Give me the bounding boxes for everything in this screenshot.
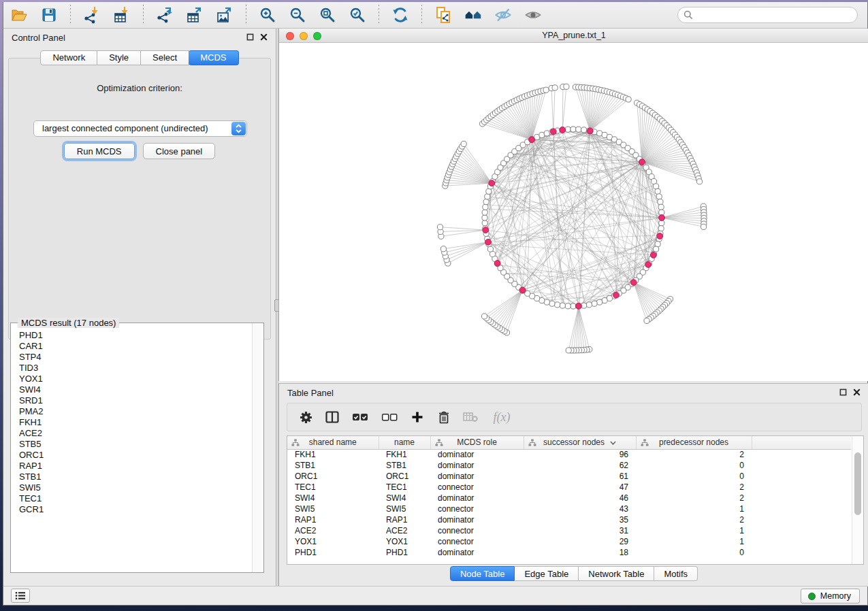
network-node[interactable] bbox=[549, 301, 555, 306]
mcds-result-item[interactable]: SWI5 bbox=[19, 482, 251, 493]
mcds-result-item[interactable]: PMA2 bbox=[19, 406, 251, 417]
tab-motifs[interactable]: Motifs bbox=[654, 566, 698, 581]
cell-successor-nodes[interactable]: 35 bbox=[524, 514, 636, 525]
cell-predecessor-nodes[interactable]: 2 bbox=[636, 493, 752, 503]
satellite-node[interactable] bbox=[701, 224, 706, 229]
tab-edge-table[interactable]: Edge Table bbox=[515, 566, 579, 581]
tab-select[interactable]: Select bbox=[141, 50, 189, 65]
table-scrollbar[interactable] bbox=[852, 436, 863, 564]
cell-successor-nodes[interactable]: 43 bbox=[524, 503, 636, 514]
network-edge[interactable] bbox=[634, 282, 658, 312]
add-column-icon[interactable] bbox=[410, 410, 425, 425]
cell-name[interactable]: STB1 bbox=[379, 460, 430, 471]
zoom-in-icon[interactable] bbox=[259, 6, 276, 24]
mcds-result-item[interactable]: SRD1 bbox=[19, 395, 251, 406]
satellite-node[interactable] bbox=[437, 225, 443, 230]
satellite-node[interactable] bbox=[543, 87, 549, 93]
mcds-result-item[interactable]: GCR1 bbox=[19, 504, 251, 515]
cell-MCDS-role[interactable]: dominator bbox=[430, 449, 524, 460]
satellite-node[interactable] bbox=[644, 318, 649, 323]
cell-name[interactable]: PHD1 bbox=[379, 547, 430, 558]
cell-predecessor-nodes[interactable]: 2 bbox=[636, 514, 752, 525]
close-panel-icon[interactable] bbox=[260, 33, 268, 41]
network-edge[interactable] bbox=[568, 306, 579, 350]
export-network-icon[interactable] bbox=[156, 6, 174, 24]
cell-shared-name[interactable]: YOX1 bbox=[287, 536, 379, 547]
mcds-result-item[interactable]: STP4 bbox=[19, 352, 251, 363]
network-node[interactable] bbox=[570, 303, 576, 309]
zoom-out-icon[interactable] bbox=[289, 6, 306, 24]
memory-button[interactable]: Memory bbox=[801, 589, 860, 604]
cell-successor-nodes[interactable]: 29 bbox=[524, 536, 636, 547]
network-node[interactable] bbox=[555, 302, 560, 308]
cell-name[interactable]: SWI4 bbox=[379, 493, 430, 503]
cell-name[interactable]: TEC1 bbox=[379, 482, 430, 493]
mcds-node[interactable] bbox=[613, 292, 620, 298]
node-table-grid[interactable]: shared namenameMCDS rolesuccessor nodesp… bbox=[287, 436, 851, 558]
cell-shared-name[interactable]: ACE2 bbox=[287, 525, 379, 536]
duplicate-network-icon[interactable] bbox=[434, 6, 452, 24]
cell-predecessor-nodes[interactable]: 1 bbox=[636, 503, 752, 514]
network-edge[interactable] bbox=[662, 218, 704, 224]
tab-mcds[interactable]: MCDS bbox=[189, 50, 238, 65]
cell-MCDS-role[interactable]: dominator bbox=[430, 460, 524, 471]
network-edge[interactable] bbox=[498, 291, 523, 327]
mcds-list-scrollbar[interactable] bbox=[252, 323, 263, 572]
cell-MCDS-role[interactable]: dominator bbox=[430, 547, 524, 558]
tab-network[interactable]: Network bbox=[40, 50, 97, 65]
cell-successor-nodes[interactable]: 46 bbox=[524, 493, 636, 503]
apply-layout-icon[interactable] bbox=[391, 6, 409, 24]
network-node[interactable] bbox=[659, 210, 664, 215]
cell-MCDS-role[interactable]: connector bbox=[430, 525, 524, 536]
table-row[interactable]: PHD1PHD1dominator180 bbox=[287, 547, 851, 558]
cell-predecessor-nodes[interactable]: 0 bbox=[636, 471, 752, 482]
network-edge[interactable] bbox=[634, 282, 660, 311]
table-row[interactable]: YOX1YOX1connector291 bbox=[287, 536, 851, 547]
cell-name[interactable]: ORC1 bbox=[379, 471, 430, 482]
mcds-result-item[interactable]: TID3 bbox=[19, 363, 251, 374]
network-edge[interactable] bbox=[551, 88, 553, 132]
network-edge[interactable] bbox=[445, 183, 492, 186]
show-all-icon[interactable] bbox=[524, 6, 542, 24]
cell-successor-nodes[interactable]: 18 bbox=[524, 547, 636, 558]
network-node[interactable] bbox=[483, 204, 488, 210]
save-session-icon[interactable] bbox=[40, 6, 58, 24]
cell-name[interactable]: ACE2 bbox=[379, 525, 430, 536]
network-edge[interactable] bbox=[642, 128, 669, 163]
network-edge[interactable] bbox=[590, 97, 624, 131]
network-edge[interactable] bbox=[532, 90, 546, 139]
satellite-node[interactable] bbox=[552, 85, 558, 90]
satellite-node[interactable] bbox=[626, 97, 631, 102]
mcds-node[interactable] bbox=[657, 233, 663, 240]
network-node[interactable] bbox=[560, 303, 565, 308]
network-edge[interactable] bbox=[488, 130, 581, 242]
mcds-node[interactable] bbox=[494, 261, 500, 267]
network-edge[interactable] bbox=[574, 306, 579, 350]
mcds-node[interactable] bbox=[630, 280, 637, 286]
mcds-result-item[interactable]: STB1 bbox=[19, 472, 251, 482]
network-edge[interactable] bbox=[447, 242, 488, 260]
cell-successor-nodes[interactable]: 61 bbox=[524, 471, 636, 482]
hide-selected-icon[interactable] bbox=[494, 6, 512, 24]
network-node[interactable] bbox=[565, 127, 570, 132]
mcds-result-item[interactable]: FKH1 bbox=[19, 417, 251, 428]
network-edge[interactable] bbox=[634, 282, 661, 309]
column-header-name[interactable]: name bbox=[379, 436, 430, 449]
network-node[interactable] bbox=[483, 199, 489, 205]
satellite-node[interactable] bbox=[440, 246, 446, 252]
network-node[interactable] bbox=[581, 303, 587, 308]
network-edge[interactable] bbox=[440, 227, 486, 230]
mcds-node[interactable] bbox=[576, 303, 582, 309]
network-node[interactable] bbox=[658, 204, 664, 210]
cell-shared-name[interactable]: SWI5 bbox=[287, 503, 379, 514]
network-edge[interactable] bbox=[489, 291, 523, 320]
network-node[interactable] bbox=[659, 220, 664, 226]
mcds-node[interactable] bbox=[560, 127, 566, 133]
cell-shared-name[interactable]: PHD1 bbox=[287, 547, 379, 558]
float-panel-icon[interactable] bbox=[246, 33, 254, 41]
cell-predecessor-nodes[interactable]: 1 bbox=[636, 525, 752, 536]
cell-successor-nodes[interactable]: 47 bbox=[524, 482, 636, 493]
cell-MCDS-role[interactable]: connector bbox=[430, 536, 524, 547]
table-settings-icon[interactable] bbox=[298, 410, 313, 425]
mcds-result-list[interactable]: PHD1CAR1STP4TID3YOX1SWI4SRD1PMA2FKH1ACE2… bbox=[12, 330, 251, 572]
